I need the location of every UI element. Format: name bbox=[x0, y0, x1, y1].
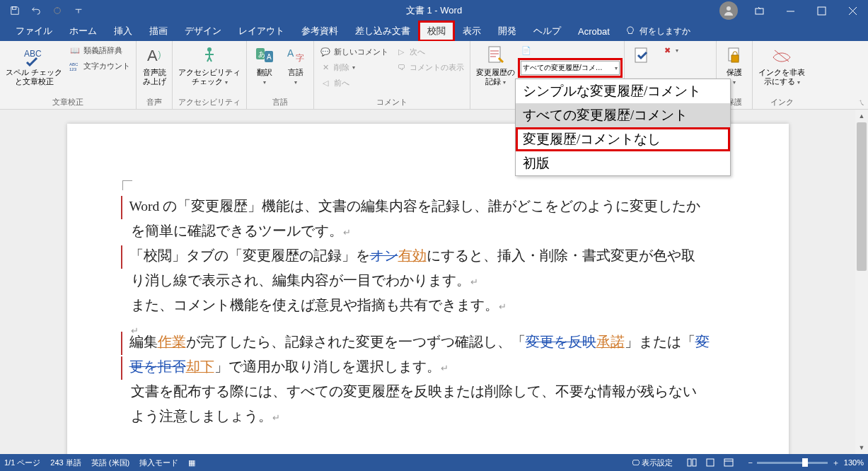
group-comments: 💬新しいコメント ✕削除 ▾ ◁前へ ▷次へ 🗨コメントの表示 コメント bbox=[314, 41, 470, 109]
delete-comment-icon: ✕ bbox=[320, 62, 331, 73]
svg-text:ABC: ABC bbox=[69, 62, 79, 66]
reject-button[interactable]: ✖▾ bbox=[659, 42, 681, 58]
tab-references[interactable]: 参考資料 bbox=[293, 21, 347, 41]
minimize-button[interactable] bbox=[775, 0, 806, 21]
new-comment-icon: 💬 bbox=[320, 46, 331, 57]
tab-review[interactable]: 校閲 bbox=[419, 21, 454, 41]
spell-check-label: スペル チェック と文章校正 bbox=[6, 68, 62, 86]
title-bar: 文書 1 - Word bbox=[0, 0, 868, 21]
svg-text:字: 字 bbox=[296, 53, 304, 63]
collapse-ribbon-button[interactable]: ㄟ bbox=[858, 98, 865, 107]
tab-view[interactable]: 表示 bbox=[454, 21, 490, 41]
menu-original[interactable]: 初版 bbox=[516, 151, 730, 175]
status-bar: 1/1 ページ 243 単語 英語 (米国) 挿入モード ▦ 🖵 表示設定 − … bbox=[0, 454, 868, 471]
tab-file[interactable]: ファイル bbox=[7, 21, 61, 41]
translate-button[interactable]: あA 翻訳▾ bbox=[250, 42, 279, 88]
language-indicator[interactable]: 英語 (米国) bbox=[91, 458, 129, 468]
word-count-icon: ABC123 bbox=[69, 60, 81, 71]
read-aloud-button[interactable]: A 音声読 み上げ bbox=[139, 42, 169, 88]
svg-point-2 bbox=[727, 6, 731, 11]
macro-indicator[interactable]: ▦ bbox=[188, 458, 195, 467]
svg-rect-5 bbox=[818, 7, 826, 15]
accessibility-check-button[interactable]: アクセシビリティ チェック ▾ bbox=[175, 42, 243, 88]
tab-layout[interactable]: レイアウト bbox=[230, 21, 293, 41]
group-proofing: ABC スペル チェック と文章校正 📖類義語辞典 ABC123文字カウント 文… bbox=[0, 41, 137, 109]
accessibility-icon bbox=[198, 44, 221, 66]
scroll-up-button[interactable]: ▲ bbox=[855, 110, 868, 122]
vertical-scrollbar[interactable]: ▲ ▼ bbox=[855, 110, 868, 454]
ribbon-display-options[interactable] bbox=[743, 0, 775, 21]
print-layout-button[interactable] bbox=[701, 455, 719, 470]
zoom-level[interactable]: 130% bbox=[844, 458, 864, 467]
zoom-slider[interactable] bbox=[757, 462, 828, 464]
svg-text:あ: あ bbox=[258, 50, 265, 58]
svg-rect-23 bbox=[688, 459, 691, 466]
redo-button[interactable] bbox=[48, 1, 66, 20]
save-button[interactable] bbox=[6, 1, 24, 20]
tell-me-search[interactable]: 何をしますか bbox=[625, 21, 690, 41]
web-layout-button[interactable] bbox=[719, 455, 738, 470]
svg-rect-22 bbox=[731, 55, 739, 62]
spell-check-icon: ABC bbox=[23, 44, 45, 66]
display-settings-button[interactable]: 🖵 表示設定 bbox=[632, 458, 673, 468]
tell-me-label: 何をしますか bbox=[640, 25, 690, 37]
group-speech: A 音声読 み上げ 音声 bbox=[137, 41, 173, 109]
tab-home[interactable]: ホーム bbox=[61, 21, 105, 41]
document-body[interactable]: Word の「変更履歴」機能は、文書の編集内容を記録し、誰がどこをどのように変更… bbox=[131, 194, 725, 429]
language-button[interactable]: A字 言語▾ bbox=[281, 42, 311, 88]
group-accessibility-label: アクセシビリティ bbox=[175, 95, 243, 109]
next-comment-button[interactable]: ▷次へ bbox=[393, 44, 467, 59]
tab-mailings[interactable]: 差し込み文書 bbox=[347, 21, 419, 41]
svg-text:ABC: ABC bbox=[24, 49, 42, 59]
protect-icon bbox=[723, 44, 746, 66]
maximize-button[interactable] bbox=[806, 0, 837, 21]
scroll-down-button[interactable]: ▼ bbox=[855, 441, 868, 454]
spell-check-button[interactable]: ABC スペル チェック と文章校正 bbox=[3, 42, 65, 88]
scroll-thumb[interactable] bbox=[857, 122, 867, 271]
group-language-label: 言語 bbox=[250, 95, 311, 109]
undo-button[interactable] bbox=[27, 1, 45, 20]
zoom-in-button[interactable]: ＋ bbox=[832, 458, 840, 468]
track-changes-button[interactable]: 変更履歴の 記録 ▾ bbox=[473, 42, 518, 88]
display-for-review-menu: シンプルな変更履歴/コメント すべての変更履歴/コメント 変更履歴/コメントなし… bbox=[515, 78, 731, 176]
hide-ink-button[interactable]: インクを非表 示にする ▾ bbox=[756, 42, 808, 88]
zoom-control[interactable]: − ＋ 130% bbox=[748, 458, 864, 468]
page-indicator[interactable]: 1/1 ページ bbox=[4, 458, 40, 468]
close-button[interactable] bbox=[837, 0, 868, 21]
user-avatar[interactable] bbox=[719, 1, 738, 20]
zoom-thumb[interactable] bbox=[802, 458, 808, 467]
delete-comment-button[interactable]: ✕削除 ▾ bbox=[317, 59, 391, 75]
new-comment-button[interactable]: 💬新しいコメント bbox=[317, 44, 391, 59]
display-for-review-combo[interactable]: すべての変更履歴/コメ… ▾ bbox=[521, 61, 620, 75]
accept-button[interactable] bbox=[627, 42, 657, 68]
zoom-out-button[interactable]: − bbox=[748, 458, 752, 467]
group-speech-label: 音声 bbox=[139, 95, 169, 109]
show-comments-button[interactable]: 🗨コメントの表示 bbox=[393, 59, 467, 75]
tab-help[interactable]: ヘルプ bbox=[525, 21, 569, 41]
tab-acrobat[interactable]: Acrobat bbox=[569, 21, 618, 41]
menu-no-markup[interactable]: 変更履歴/コメントなし bbox=[516, 127, 730, 151]
tab-design[interactable]: デザイン bbox=[176, 21, 230, 41]
group-proofing-label: 文章校正 bbox=[3, 95, 133, 109]
svg-text:A: A bbox=[287, 47, 294, 59]
prev-comment-button[interactable]: ◁前へ bbox=[317, 75, 391, 91]
word-count-button[interactable]: ABC123文字カウント bbox=[66, 58, 133, 74]
accept-icon bbox=[631, 44, 654, 66]
qat-customize[interactable] bbox=[69, 1, 88, 20]
menu-all-markup[interactable]: すべての変更履歴/コメント bbox=[516, 103, 730, 127]
group-accessibility: アクセシビリティ チェック ▾ アクセシビリティ bbox=[173, 41, 247, 109]
tab-insert[interactable]: 挿入 bbox=[105, 21, 141, 41]
track-changes-icon bbox=[485, 44, 507, 66]
word-count-indicator[interactable]: 243 単語 bbox=[50, 458, 81, 468]
menu-simple-markup[interactable]: シンプルな変更履歴/コメント bbox=[516, 79, 730, 103]
tab-draw[interactable]: 描画 bbox=[141, 21, 176, 41]
tab-developer[interactable]: 開発 bbox=[490, 21, 525, 41]
group-comments-label: コメント bbox=[317, 95, 467, 109]
view-buttons bbox=[683, 455, 738, 470]
insert-mode-indicator[interactable]: 挿入モード bbox=[139, 458, 178, 468]
show-markup-icon[interactable]: 📄 bbox=[519, 42, 621, 58]
inserted-text: 有効 bbox=[398, 248, 427, 263]
display-for-review-value: すべての変更履歴/コメ… bbox=[523, 63, 615, 73]
read-mode-button[interactable] bbox=[683, 455, 701, 470]
thesaurus-button[interactable]: 📖類義語辞典 bbox=[66, 42, 133, 58]
